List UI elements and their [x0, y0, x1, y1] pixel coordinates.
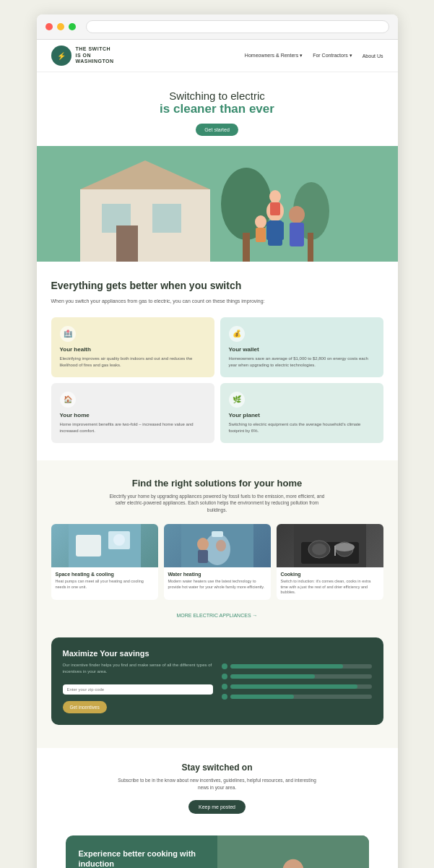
hero-illustration [37, 146, 398, 262]
solution-img-heating [51, 524, 158, 567]
benefit-desc-wallet: Homeowners save an average of $1,000 to … [229, 356, 375, 369]
svg-rect-15 [270, 202, 280, 215]
svg-rect-5 [116, 225, 138, 262]
svg-rect-36 [334, 546, 336, 556]
logo-symbol: ⚡ [57, 52, 66, 60]
induction-illustration [217, 835, 369, 869]
svg-rect-26 [212, 531, 223, 537]
nav-contractors[interactable]: For Contractors ▾ [313, 53, 352, 59]
more-appliances-link[interactable]: MORE ELECTRIC APPLIANCES → [176, 613, 257, 618]
solutions-heading: Find the right solutions for your home [51, 478, 383, 489]
solution-info-cooking: Cooking Switch to induction: it's comes … [277, 567, 383, 600]
svg-rect-7 [243, 233, 250, 262]
solution-info-heating: Space heating & cooling Heat pumps can m… [51, 567, 158, 594]
svg-point-18 [255, 215, 266, 228]
solution-text-cooking: Switch to induction: it's comes clean, c… [281, 579, 379, 596]
hero-title-line1: Switching to electric [51, 90, 383, 102]
logo-text: THE SWITCH IS ON WASHINGTON [76, 46, 114, 64]
savings-bar-4 [222, 694, 372, 700]
induction-heading: Experience better cooking with induction [79, 848, 220, 869]
nav-links: Homeowners & Renters ▾ For Contractors ▾… [245, 53, 383, 59]
benefit-card-health: 🏥 Your health Electrifying improves air … [51, 317, 214, 377]
stay-desc: Subscribe to be in the know about new in… [116, 777, 318, 791]
minimize-dot[interactable] [57, 23, 64, 30]
solutions-desc: Electrify your home by upgrading applian… [109, 493, 326, 514]
benefits-grid: 🏥 Your health Electrifying improves air … [51, 317, 383, 443]
url-bar[interactable] [86, 20, 389, 33]
savings-bar-2 [222, 674, 372, 679]
solution-card-cooking[interactable]: Cooking Switch to induction: it's comes … [277, 524, 383, 600]
logo: ⚡ THE SWITCH IS ON WASHINGTON [51, 46, 114, 66]
svg-point-35 [334, 543, 355, 551]
savings-fill-2 [230, 674, 316, 679]
svg-rect-9 [308, 233, 313, 262]
better-section: Everything gets better when you switch W… [37, 262, 398, 460]
svg-point-29 [216, 540, 226, 551]
stay-heading: Stay switched on [51, 762, 383, 773]
stay-button[interactable]: Keep me posted [188, 800, 246, 814]
cooking-illustration [277, 524, 383, 567]
induction-content: Experience better cooking with induction… [66, 835, 233, 869]
svg-point-14 [269, 190, 281, 203]
nav-homeowners[interactable]: Homeowners & Renters ▾ [245, 53, 303, 59]
benefit-card-planet: 🌿 Your planet Switching to electric equi… [220, 383, 383, 443]
savings-track-2 [230, 674, 372, 679]
svg-rect-28 [198, 550, 208, 563]
benefit-desc-planet: Switching to electric equipment cuts the… [229, 421, 375, 434]
close-dot[interactable] [45, 23, 53, 30]
savings-bar-1 [222, 663, 372, 669]
svg-point-27 [197, 538, 209, 551]
benefit-card-wallet: 💰 Your wallet Homeowners save an average… [220, 317, 383, 377]
solutions-grid: Space heating & cooling Heat pumps can m… [51, 524, 383, 600]
savings-right [222, 649, 372, 713]
hero-title-line2: is cleaner than ever [51, 102, 383, 116]
svg-rect-17 [290, 223, 304, 246]
nav-about[interactable]: About Us [363, 53, 383, 59]
svg-point-33 [312, 543, 326, 555]
savings-heading: Maximize Your savings [63, 649, 213, 658]
savings-left: Maximize Your savings Our incentive find… [63, 649, 213, 713]
site-nav: ⚡ THE SWITCH IS ON WASHINGTON Homeowners… [37, 40, 398, 72]
benefit-title-planet: Your planet [229, 412, 375, 418]
induction-wrapper: Experience better cooking with induction… [37, 828, 398, 869]
svg-point-16 [289, 206, 305, 223]
svg-rect-4 [152, 204, 181, 233]
solution-text-water: Modern water heaters use the latest tech… [168, 579, 266, 590]
benefit-card-home: 🏠 Your home Home improvement benefits ar… [51, 383, 214, 443]
solutions-section: Find the right solutions for your home E… [37, 460, 398, 637]
better-subtext: When you switch your appliances from gas… [51, 298, 383, 306]
benefit-title-home: Your home [60, 412, 206, 418]
logo-icon: ⚡ [51, 46, 71, 66]
savings-fill-3 [230, 684, 357, 689]
svg-rect-21 [76, 535, 101, 557]
solution-img-cooking [277, 524, 383, 567]
savings-dot-4 [222, 694, 227, 700]
solution-card-water[interactable]: Water heating Modern water heaters use t… [164, 524, 271, 600]
svg-rect-13 [279, 222, 284, 240]
benefit-title-wallet: Your wallet [229, 346, 375, 353]
induction-section: Experience better cooking with induction… [66, 835, 369, 869]
savings-fill-1 [230, 664, 344, 669]
savings-desc: Our incentive finder helps you find and … [63, 662, 213, 675]
savings-wrapper: Maximize Your savings Our incentive find… [37, 637, 398, 748]
browser-window: ⚡ THE SWITCH IS ON WASHINGTON Homeowners… [37, 14, 398, 868]
planet-icon: 🌿 [229, 392, 245, 408]
savings-dot-1 [222, 663, 227, 669]
solution-text-heating: Heat pumps can meet all your heating and… [56, 579, 154, 590]
benefit-desc-home: Home improvement benefits are two-fold –… [60, 421, 206, 434]
incentives-button[interactable]: Get incentives [63, 701, 107, 713]
hero-section: Switching to electric is cleaner than ev… [37, 72, 398, 146]
stay-section: Stay switched on Subscribe to be in the … [37, 748, 398, 828]
solution-img-water [164, 524, 271, 567]
get-started-button[interactable]: Get started [196, 124, 238, 136]
svg-point-23 [113, 534, 125, 546]
maximize-dot[interactable] [69, 23, 76, 30]
savings-track-4 [230, 695, 372, 699]
home-icon: 🏠 [60, 392, 76, 408]
wallet-icon: 💰 [229, 326, 245, 342]
solution-card-heating[interactable]: Space heating & cooling Heat pumps can m… [51, 524, 158, 600]
savings-dot-3 [222, 684, 227, 689]
zip-input[interactable] [63, 684, 213, 695]
benefit-desc-health: Electrifying improves air quality both i… [60, 356, 206, 369]
heating-illustration [51, 524, 158, 567]
